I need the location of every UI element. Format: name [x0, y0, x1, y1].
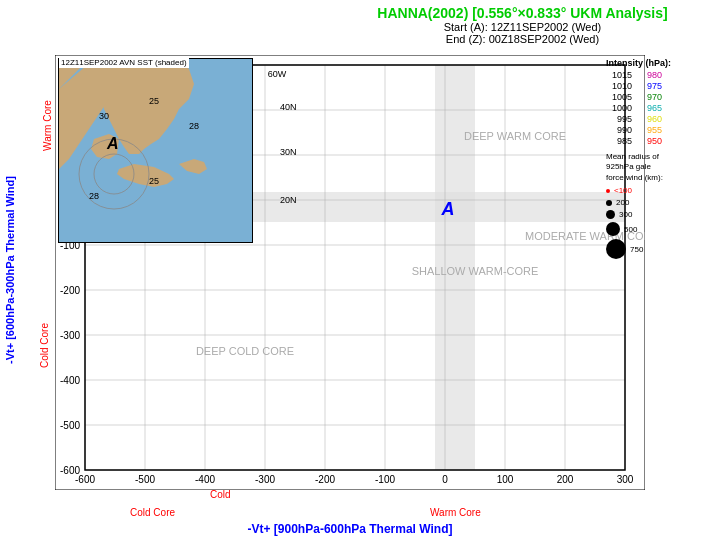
dot-row-200: 200 — [606, 198, 716, 207]
svg-text:300: 300 — [617, 474, 634, 485]
svg-text:-300: -300 — [60, 330, 80, 341]
svg-text:20N: 20N — [280, 195, 297, 205]
cold-bottom-label: Cold — [210, 489, 231, 500]
legend-row-6: 990 955 — [606, 125, 716, 135]
svg-text:-500: -500 — [60, 420, 80, 431]
svg-text:-400: -400 — [60, 375, 80, 386]
legend-row-7: 985 950 — [606, 136, 716, 146]
map-inset: 30 25 28 25 28 A — [58, 58, 253, 243]
map-inset-title: 12Z11SEP2002 AVN SST (shaded) — [59, 57, 189, 68]
svg-text:40N: 40N — [280, 102, 297, 112]
svg-text:30N: 30N — [280, 147, 297, 157]
title-end: End (Z): 00Z18SEP2002 (Wed) — [330, 33, 715, 45]
x-cold-core-label: Cold Core — [130, 507, 175, 518]
legend-row-5: 995 960 — [606, 114, 716, 124]
legend-row-1: 1015 980 — [606, 70, 716, 80]
svg-text:0: 0 — [442, 474, 448, 485]
svg-text:A: A — [441, 199, 455, 219]
dot-row-750: 750 — [606, 239, 716, 259]
y-warm-core-label: Warm Core — [42, 100, 53, 151]
svg-text:-200: -200 — [315, 474, 335, 485]
svg-text:DEEP COLD CORE: DEEP COLD CORE — [196, 345, 294, 357]
svg-text:200: 200 — [557, 474, 574, 485]
legend-radius-title: Mean radius of925hPa galeforce wind (km)… — [606, 152, 716, 183]
svg-text:-100: -100 — [375, 474, 395, 485]
legend-row-2: 1010 975 — [606, 81, 716, 91]
legend-area: Intensity (hPa): 1015 980 1010 975 1005 … — [606, 58, 716, 259]
title-start: Start (A): 12Z11SEP2002 (Wed) — [330, 21, 715, 33]
title-line1: HANNA(2002) [0.556°×0.833° UKM Analysis] — [330, 5, 715, 21]
svg-text:A: A — [106, 135, 119, 152]
svg-text:-200: -200 — [60, 285, 80, 296]
dot-row-500: 500 — [606, 222, 716, 236]
svg-text:DEEP WARM CORE: DEEP WARM CORE — [464, 130, 566, 142]
y-axis-label-text: -Vt+ [600hPa-300hPa Thermal Wind] — [4, 176, 16, 364]
x-warm-core-label: Warm Core — [430, 507, 481, 518]
legend-row-3: 1005 970 — [606, 92, 716, 102]
svg-text:100: 100 — [497, 474, 514, 485]
y-axis-label: -Vt+ [600hPa-300hPa Thermal Wind] — [0, 55, 20, 485]
svg-text:25: 25 — [149, 96, 159, 106]
svg-text:-300: -300 — [255, 474, 275, 485]
svg-text:-400: -400 — [195, 474, 215, 485]
legend-title: Intensity (hPa): — [606, 58, 716, 68]
x-axis-label: -Vt+ [900hPa-600hPa Thermal Wind] — [55, 522, 645, 536]
y-cold-core-label: Cold Core — [39, 323, 50, 368]
svg-text:60W: 60W — [268, 69, 287, 79]
svg-text:28: 28 — [189, 121, 199, 131]
svg-text:30: 30 — [99, 111, 109, 121]
svg-text:25: 25 — [149, 176, 159, 186]
svg-text:SHALLOW WARM-CORE: SHALLOW WARM-CORE — [412, 265, 539, 277]
main-container: HANNA(2002) [0.556°×0.833° UKM Analysis]… — [0, 0, 720, 540]
dot-row-300: 300 — [606, 210, 716, 219]
svg-text:-500: -500 — [135, 474, 155, 485]
svg-text:-600: -600 — [60, 465, 80, 476]
title-area: HANNA(2002) [0.556°×0.833° UKM Analysis]… — [330, 5, 715, 45]
legend-row-4: 1000 965 — [606, 103, 716, 113]
svg-text:28: 28 — [89, 191, 99, 201]
dot-row-100: <100 — [606, 186, 716, 195]
